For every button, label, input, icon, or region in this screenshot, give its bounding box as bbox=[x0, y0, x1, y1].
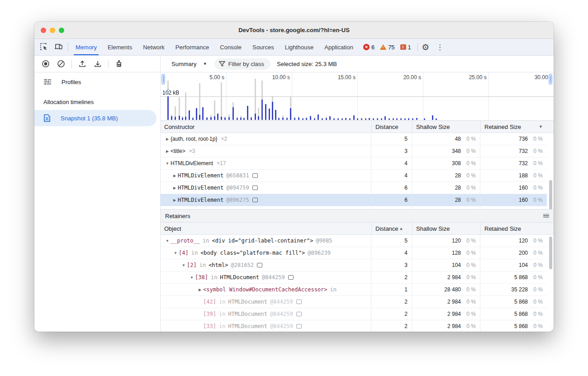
retainer-row[interactable]: [33]inHTMLDocument@84425922 9840 %5 8680… bbox=[161, 320, 547, 332]
column-header-shallow-size[interactable]: Shallow Size bbox=[413, 121, 481, 133]
retainer-object-cell: [33]inHTMLDocument@844259 bbox=[161, 320, 371, 332]
column-header-retained-size[interactable]: Retained Size▼ bbox=[481, 121, 547, 133]
reveal-object-icon[interactable] bbox=[252, 186, 258, 190]
allocation-bar-live bbox=[175, 117, 176, 120]
expand-icon[interactable]: ▶ bbox=[171, 174, 178, 178]
error-icon: ✕ bbox=[363, 44, 370, 50]
expand-icon[interactable]: ▶ bbox=[197, 288, 203, 292]
keyword-in: in bbox=[191, 250, 198, 256]
retainer-row[interactable]: [42]inHTMLDocument@84425922 9840 %5 8680… bbox=[161, 296, 547, 308]
constructor-row[interactable]: ▶<title>×333480 %7320 % bbox=[161, 145, 547, 157]
retainer-row[interactable]: ▼[2]in<html>@28165231040 %1040 % bbox=[161, 259, 547, 271]
tab-application[interactable]: Application bbox=[319, 39, 359, 55]
constructor-row[interactable]: ▼HTMLDivElement×1743080 %7320 % bbox=[161, 157, 547, 170]
tab-memory[interactable]: Memory bbox=[70, 39, 102, 55]
expand-icon[interactable]: ▶ bbox=[164, 137, 171, 141]
tab-lighthouse[interactable]: Lighthouse bbox=[280, 39, 319, 55]
expand-icon[interactable]: ▶ bbox=[164, 149, 171, 153]
constructor-row[interactable]: ▶HTMLDivElement@8947596280 %1600 % bbox=[161, 182, 547, 194]
reveal-object-icon[interactable] bbox=[288, 275, 294, 280]
collapse-icon[interactable]: ▼ bbox=[164, 239, 171, 243]
expand-icon[interactable]: ▶ bbox=[171, 186, 178, 190]
timeline-right-handle[interactable] bbox=[549, 74, 552, 85]
record-heap-icon[interactable] bbox=[40, 58, 52, 70]
settings-gear-icon[interactable]: ⚙ bbox=[420, 41, 432, 53]
retainer-row[interactable]: [39]inHTMLDocument@84425922 9840 %5 8680… bbox=[161, 308, 547, 320]
retained-size-cell bbox=[480, 206, 547, 209]
collapse-icon[interactable]: ▼ bbox=[164, 162, 171, 166]
column-header-object[interactable]: Object bbox=[161, 223, 372, 234]
retainer-property: [42] bbox=[203, 299, 216, 305]
column-header-constructor[interactable]: Constructor bbox=[161, 121, 372, 133]
reveal-object-icon[interactable] bbox=[296, 324, 302, 328]
column-header-retainers-shallow[interactable]: Shallow Size bbox=[413, 223, 481, 234]
distance-cell: 4 bbox=[371, 247, 412, 259]
collapse-icon[interactable]: ▼ bbox=[180, 263, 187, 267]
load-profile-icon[interactable] bbox=[76, 58, 88, 70]
allocation-timeline-overview[interactable]: 5.00 s10.00 s15.00 s20.00 s25.00 s30.00 … bbox=[161, 72, 554, 121]
retainer-target: <div id="grid-label-container"> bbox=[212, 238, 313, 244]
constructor-row[interactable]: ▶HTMLDivElement@6588314280 %1880 % bbox=[161, 170, 547, 182]
reveal-object-icon[interactable] bbox=[252, 198, 258, 202]
constructor-row[interactable]: ▶HTMLDivElement@89 bbox=[161, 206, 547, 209]
constructor-name: HTMLDivElement bbox=[178, 185, 223, 191]
shallow-size-cell: 2 9840 % bbox=[412, 296, 480, 308]
close-window-button[interactable] bbox=[41, 28, 46, 33]
perspective-select[interactable]: Summary ▼ bbox=[169, 59, 210, 69]
allocation-bar-live bbox=[377, 119, 378, 120]
column-header-retainers-retained[interactable]: Retained Size bbox=[481, 223, 547, 234]
retained-size-cell: 5 8680 % bbox=[480, 320, 547, 332]
timeline-left-handle[interactable] bbox=[161, 74, 165, 85]
inspect-element-icon[interactable] bbox=[40, 43, 48, 52]
constructor-scrollbar-thumb[interactable] bbox=[549, 180, 552, 209]
class-filter-input[interactable]: Filter by class bbox=[214, 58, 270, 70]
column-header-retainers-distance[interactable]: Distance▲ bbox=[372, 223, 413, 234]
zoom-window-button[interactable] bbox=[59, 28, 64, 33]
tab-sources[interactable]: Sources bbox=[247, 39, 280, 55]
minimize-window-button[interactable] bbox=[50, 28, 55, 33]
reveal-object-icon[interactable] bbox=[257, 263, 262, 267]
retainer-row[interactable]: ▼[4]in<body class="platform-mac fill">@8… bbox=[161, 247, 547, 259]
allocation-bar-live bbox=[272, 102, 273, 120]
tab-performance[interactable]: Performance bbox=[170, 39, 214, 55]
clear-brush-icon[interactable] bbox=[113, 58, 125, 70]
constructor-grid-body: ▶{auth, root, root-1p}×25480 %7360 %▶<ti… bbox=[161, 133, 554, 209]
tab-console[interactable]: Console bbox=[214, 39, 247, 55]
allocation-bar-total bbox=[199, 83, 200, 120]
retainers-grid-header: Object Distance▲ Shallow Size Retained S… bbox=[161, 223, 554, 235]
retainer-row[interactable]: ▼[38]inHTMLDocument@84425922 9840 %5 868… bbox=[161, 271, 547, 284]
retainer-property: [38] bbox=[195, 274, 208, 281]
allocation-bar-live bbox=[400, 119, 402, 120]
kebab-menu-icon[interactable]: ⋮ bbox=[434, 41, 446, 53]
column-header-distance[interactable]: Distance bbox=[372, 121, 413, 133]
constructor-row[interactable]: ▶{auth, root, root-1p}×25480 %7360 % bbox=[161, 133, 547, 145]
retained-size-cell: 5 8680 % bbox=[480, 271, 547, 283]
toolbar-separator-2 bbox=[108, 60, 109, 68]
window-title: DevTools - store.google.com/?hl=en-US bbox=[34, 27, 554, 33]
warning-icon bbox=[380, 44, 386, 50]
device-toolbar-icon[interactable] bbox=[54, 43, 63, 52]
issues-badge[interactable]: ! 1 bbox=[400, 44, 411, 51]
expand-icon[interactable]: ▶ bbox=[171, 198, 178, 202]
retainers-splitter[interactable]: Retainers bbox=[161, 209, 554, 223]
retainers-menu-icon[interactable] bbox=[543, 214, 549, 218]
console-warnings-badge[interactable]: 75 bbox=[380, 44, 394, 51]
retainer-row[interactable]: ▶<symbol Window#DocumentCachedAccessor>i… bbox=[161, 284, 547, 296]
reveal-object-icon[interactable] bbox=[296, 312, 302, 316]
console-errors-badge[interactable]: ✕ 6 bbox=[363, 44, 375, 51]
clear-profiles-icon[interactable] bbox=[55, 58, 67, 70]
shallow-size-cell: 2 9840 % bbox=[412, 271, 480, 283]
collapse-icon[interactable]: ▼ bbox=[189, 276, 195, 280]
collapse-icon[interactable]: ▼ bbox=[172, 251, 179, 255]
reveal-object-icon[interactable] bbox=[296, 300, 302, 304]
issue-icon: ! bbox=[400, 44, 406, 50]
retainers-scrollbar-thumb[interactable] bbox=[549, 237, 552, 269]
retainer-row[interactable]: ▼__proto__in<div id="grid-label-containe… bbox=[161, 235, 547, 247]
tab-elements[interactable]: Elements bbox=[102, 39, 138, 55]
constructor-row[interactable]: ▶HTMLDivElement@8962756280 %1600 % bbox=[161, 194, 547, 206]
tab-network[interactable]: Network bbox=[138, 39, 170, 55]
sidebar-item-snapshot-1[interactable]: Snapshot 1 (35.8 MB) bbox=[34, 110, 156, 126]
reveal-object-icon[interactable] bbox=[252, 173, 258, 178]
retained-size-cell: 5 8680 % bbox=[480, 296, 547, 308]
save-profile-icon[interactable] bbox=[92, 58, 104, 70]
